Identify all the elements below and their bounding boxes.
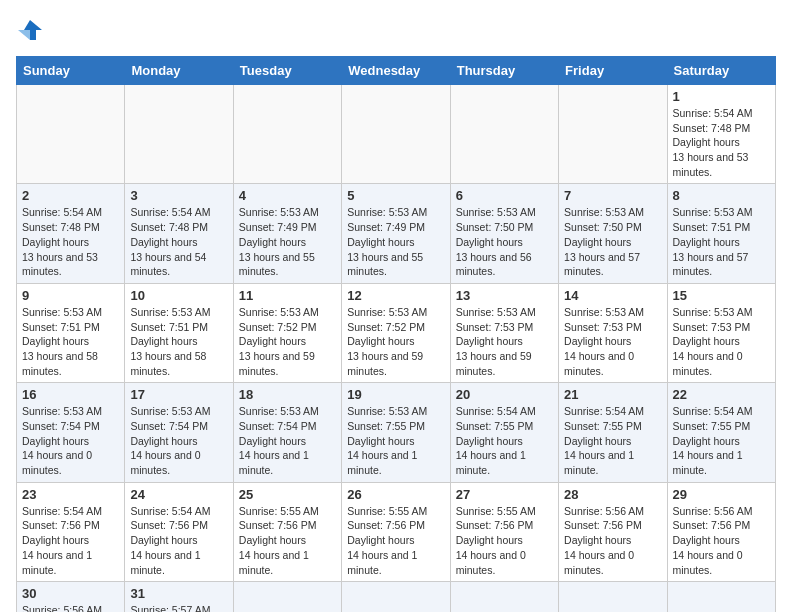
calendar-cell: 1Sunrise: 5:54 AMSunset: 7:48 PMDaylight… [667,85,775,184]
day-detail: Sunrise: 5:53 AMSunset: 7:53 PMDaylight … [564,305,661,378]
calendar-cell: 7Sunrise: 5:53 AMSunset: 7:50 PMDaylight… [559,184,667,283]
calendar-cell: 15Sunrise: 5:53 AMSunset: 7:53 PMDayligh… [667,283,775,382]
logo [16,16,48,44]
day-detail: Sunrise: 5:55 AMSunset: 7:56 PMDaylight … [456,504,553,577]
calendar-day-header: Monday [125,57,233,85]
day-number: 27 [456,487,553,502]
calendar-cell: 28Sunrise: 5:56 AMSunset: 7:56 PMDayligh… [559,482,667,581]
day-number: 2 [22,188,119,203]
calendar-cell: 29Sunrise: 5:56 AMSunset: 7:56 PMDayligh… [667,482,775,581]
calendar-cell [342,582,450,612]
calendar-cell: 19Sunrise: 5:53 AMSunset: 7:55 PMDayligh… [342,383,450,482]
calendar-table: SundayMondayTuesdayWednesdayThursdayFrid… [16,56,776,612]
calendar-cell: 23Sunrise: 5:54 AMSunset: 7:56 PMDayligh… [17,482,125,581]
day-detail: Sunrise: 5:54 AMSunset: 7:55 PMDaylight … [456,404,553,477]
day-detail: Sunrise: 5:53 AMSunset: 7:52 PMDaylight … [239,305,336,378]
calendar-cell [342,85,450,184]
day-number: 1 [673,89,770,104]
calendar-cell: 14Sunrise: 5:53 AMSunset: 7:53 PMDayligh… [559,283,667,382]
day-number: 6 [456,188,553,203]
day-detail: Sunrise: 5:57 AMSunset: 7:57 PMDaylight … [130,603,227,612]
calendar-day-header: Tuesday [233,57,341,85]
day-number: 30 [22,586,119,601]
day-number: 11 [239,288,336,303]
day-number: 24 [130,487,227,502]
calendar-cell: 26Sunrise: 5:55 AMSunset: 7:56 PMDayligh… [342,482,450,581]
calendar-week-row: 1Sunrise: 5:54 AMSunset: 7:48 PMDaylight… [17,85,776,184]
day-detail: Sunrise: 5:53 AMSunset: 7:53 PMDaylight … [456,305,553,378]
day-detail: Sunrise: 5:54 AMSunset: 7:56 PMDaylight … [22,504,119,577]
calendar-cell: 8Sunrise: 5:53 AMSunset: 7:51 PMDaylight… [667,184,775,283]
day-detail: Sunrise: 5:53 AMSunset: 7:55 PMDaylight … [347,404,444,477]
day-detail: Sunrise: 5:56 AMSunset: 7:56 PMDaylight … [22,603,119,612]
logo-icon [16,16,44,44]
day-number: 19 [347,387,444,402]
calendar-cell: 25Sunrise: 5:55 AMSunset: 7:56 PMDayligh… [233,482,341,581]
day-number: 31 [130,586,227,601]
calendar-cell: 6Sunrise: 5:53 AMSunset: 7:50 PMDaylight… [450,184,558,283]
day-number: 7 [564,188,661,203]
calendar-cell [125,85,233,184]
calendar-cell [17,85,125,184]
day-detail: Sunrise: 5:54 AMSunset: 7:48 PMDaylight … [673,106,770,179]
day-detail: Sunrise: 5:53 AMSunset: 7:51 PMDaylight … [673,205,770,278]
day-detail: Sunrise: 5:53 AMSunset: 7:54 PMDaylight … [130,404,227,477]
day-number: 14 [564,288,661,303]
day-detail: Sunrise: 5:54 AMSunset: 7:48 PMDaylight … [130,205,227,278]
calendar-cell: 5Sunrise: 5:53 AMSunset: 7:49 PMDaylight… [342,184,450,283]
calendar-cell [559,582,667,612]
calendar-week-row: 23Sunrise: 5:54 AMSunset: 7:56 PMDayligh… [17,482,776,581]
day-number: 17 [130,387,227,402]
day-number: 5 [347,188,444,203]
calendar-cell: 11Sunrise: 5:53 AMSunset: 7:52 PMDayligh… [233,283,341,382]
day-detail: Sunrise: 5:53 AMSunset: 7:51 PMDaylight … [22,305,119,378]
day-number: 15 [673,288,770,303]
day-number: 10 [130,288,227,303]
day-number: 8 [673,188,770,203]
calendar-cell [450,85,558,184]
calendar-cell: 31Sunrise: 5:57 AMSunset: 7:57 PMDayligh… [125,582,233,612]
calendar-cell: 3Sunrise: 5:54 AMSunset: 7:48 PMDaylight… [125,184,233,283]
day-detail: Sunrise: 5:53 AMSunset: 7:50 PMDaylight … [456,205,553,278]
day-detail: Sunrise: 5:55 AMSunset: 7:56 PMDaylight … [347,504,444,577]
day-number: 25 [239,487,336,502]
calendar-header-row: SundayMondayTuesdayWednesdayThursdayFrid… [17,57,776,85]
day-detail: Sunrise: 5:56 AMSunset: 7:56 PMDaylight … [673,504,770,577]
calendar-cell: 2Sunrise: 5:54 AMSunset: 7:48 PMDaylight… [17,184,125,283]
day-detail: Sunrise: 5:54 AMSunset: 7:48 PMDaylight … [22,205,119,278]
day-detail: Sunrise: 5:53 AMSunset: 7:53 PMDaylight … [673,305,770,378]
day-detail: Sunrise: 5:53 AMSunset: 7:52 PMDaylight … [347,305,444,378]
page-header [16,16,776,44]
calendar-day-header: Thursday [450,57,558,85]
day-detail: Sunrise: 5:54 AMSunset: 7:56 PMDaylight … [130,504,227,577]
day-number: 23 [22,487,119,502]
day-detail: Sunrise: 5:55 AMSunset: 7:56 PMDaylight … [239,504,336,577]
calendar-cell: 22Sunrise: 5:54 AMSunset: 7:55 PMDayligh… [667,383,775,482]
day-number: 3 [130,188,227,203]
calendar-cell: 21Sunrise: 5:54 AMSunset: 7:55 PMDayligh… [559,383,667,482]
day-number: 4 [239,188,336,203]
calendar-cell: 18Sunrise: 5:53 AMSunset: 7:54 PMDayligh… [233,383,341,482]
calendar-week-row: 30Sunrise: 5:56 AMSunset: 7:56 PMDayligh… [17,582,776,612]
day-detail: Sunrise: 5:53 AMSunset: 7:51 PMDaylight … [130,305,227,378]
day-number: 26 [347,487,444,502]
calendar-cell: 16Sunrise: 5:53 AMSunset: 7:54 PMDayligh… [17,383,125,482]
calendar-cell: 30Sunrise: 5:56 AMSunset: 7:56 PMDayligh… [17,582,125,612]
calendar-cell: 4Sunrise: 5:53 AMSunset: 7:49 PMDaylight… [233,184,341,283]
day-number: 20 [456,387,553,402]
calendar-cell: 13Sunrise: 5:53 AMSunset: 7:53 PMDayligh… [450,283,558,382]
calendar-day-header: Saturday [667,57,775,85]
calendar-cell: 9Sunrise: 5:53 AMSunset: 7:51 PMDaylight… [17,283,125,382]
day-number: 21 [564,387,661,402]
calendar-day-header: Friday [559,57,667,85]
day-detail: Sunrise: 5:54 AMSunset: 7:55 PMDaylight … [673,404,770,477]
day-number: 12 [347,288,444,303]
day-number: 28 [564,487,661,502]
day-number: 9 [22,288,119,303]
day-detail: Sunrise: 5:54 AMSunset: 7:55 PMDaylight … [564,404,661,477]
calendar-week-row: 2Sunrise: 5:54 AMSunset: 7:48 PMDaylight… [17,184,776,283]
calendar-week-row: 16Sunrise: 5:53 AMSunset: 7:54 PMDayligh… [17,383,776,482]
calendar-cell [667,582,775,612]
day-number: 29 [673,487,770,502]
day-detail: Sunrise: 5:53 AMSunset: 7:49 PMDaylight … [239,205,336,278]
